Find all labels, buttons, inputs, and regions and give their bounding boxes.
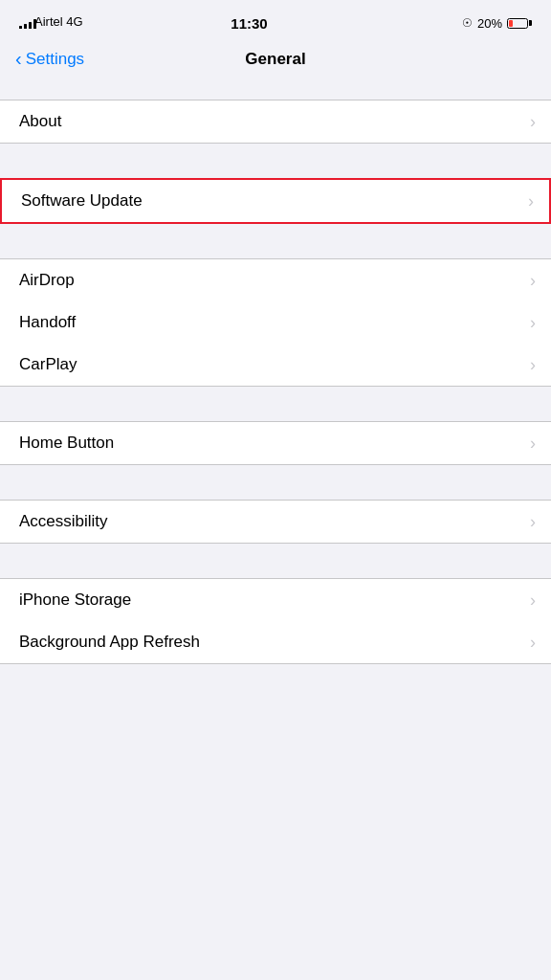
- chevron-right-icon: ›: [530, 355, 536, 375]
- settings-row-accessibility[interactable]: Accessibility›: [0, 501, 551, 543]
- chevron-right-icon: ›: [530, 512, 536, 532]
- back-label: Settings: [26, 50, 84, 69]
- chevron-right-icon: ›: [530, 112, 536, 132]
- row-right-about: ›: [530, 112, 536, 132]
- chevron-right-icon: ›: [530, 313, 536, 333]
- status-bar: Airtel 4G 11:30 ☉ 20%: [0, 0, 551, 42]
- settings-row-handoff[interactable]: Handoff›: [0, 301, 551, 344]
- chevron-right-icon: ›: [530, 271, 536, 291]
- row-label-airdrop: AirDrop: [19, 259, 75, 301]
- row-right-carplay: ›: [530, 355, 536, 375]
- chevron-right-icon: ›: [530, 434, 536, 454]
- row-right-airdrop: ›: [530, 271, 536, 291]
- settings-group-group5: Accessibility›: [0, 500, 551, 544]
- settings-row-home-button[interactable]: Home Button›: [0, 422, 551, 464]
- status-right: ☉ 20%: [462, 16, 532, 31]
- status-time: 11:30: [231, 15, 267, 32]
- settings-row-software-update[interactable]: Software Update›: [2, 180, 549, 222]
- settings-row-carplay[interactable]: CarPlay›: [0, 344, 551, 386]
- row-label-about: About: [19, 100, 61, 143]
- row-label-accessibility: Accessibility: [19, 501, 108, 543]
- row-label-carplay: CarPlay: [19, 344, 77, 386]
- chevron-right-icon: ›: [528, 191, 534, 212]
- battery-icon: [507, 18, 532, 29]
- row-label-software-update: Software Update: [21, 180, 143, 222]
- row-right-home-button: ›: [530, 434, 536, 454]
- status-carrier: Airtel 4G: [34, 14, 83, 29]
- back-chevron-icon: ‹: [15, 48, 22, 70]
- settings-row-about[interactable]: About›: [0, 100, 551, 143]
- settings-group-group2: Software Update›: [0, 178, 551, 224]
- page-title: General: [245, 50, 305, 69]
- row-label-iphone-storage: iPhone Storage: [19, 579, 131, 621]
- row-right-accessibility: ›: [530, 512, 536, 532]
- settings-group-group6: iPhone Storage›Background App Refresh›: [0, 578, 551, 664]
- row-right-iphone-storage: ›: [530, 590, 536, 611]
- settings-group-group1: About›: [0, 100, 551, 144]
- row-label-home-button: Home Button: [19, 422, 114, 464]
- back-button[interactable]: ‹ Settings: [15, 49, 84, 70]
- chevron-right-icon: ›: [530, 633, 536, 653]
- location-icon: ☉: [462, 16, 473, 30]
- settings-group-group3: AirDrop›Handoff›CarPlay›: [0, 258, 551, 387]
- row-right-software-update: ›: [528, 191, 534, 212]
- settings-row-iphone-storage[interactable]: iPhone Storage›: [0, 579, 551, 621]
- settings-row-airdrop[interactable]: AirDrop›: [0, 259, 551, 301]
- battery-percent: 20%: [477, 16, 502, 31]
- settings-container: About›Software Update›AirDrop›Handoff›Ca…: [0, 80, 551, 699]
- row-label-handoff: Handoff: [19, 301, 76, 344]
- chevron-right-icon: ›: [530, 590, 536, 611]
- settings-row-background-app-refresh[interactable]: Background App Refresh›: [0, 621, 551, 663]
- settings-group-group4: Home Button›: [0, 421, 551, 465]
- row-right-background-app-refresh: ›: [530, 633, 536, 653]
- row-label-background-app-refresh: Background App Refresh: [19, 621, 200, 663]
- nav-bar: ‹ Settings General: [0, 42, 551, 80]
- row-right-handoff: ›: [530, 313, 536, 333]
